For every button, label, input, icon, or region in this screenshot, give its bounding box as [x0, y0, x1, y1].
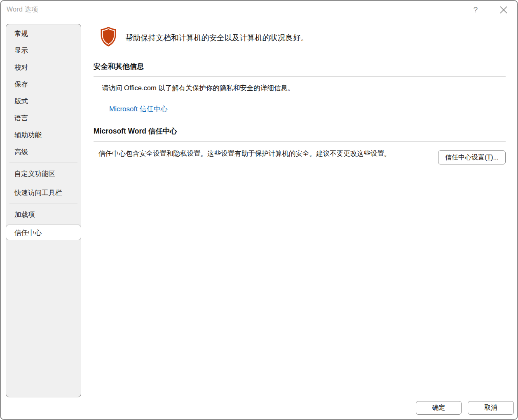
sidebar-divider [9, 162, 77, 162]
sidebar-item-language[interactable]: 语言 [6, 110, 81, 127]
microsoft-trust-center-link[interactable]: Microsoft 信任中心 [109, 104, 168, 114]
dialog-title: Word 选项 [7, 5, 38, 14]
security-info-heading: 安全和其他信息 [94, 61, 144, 71]
trust-center-body: 信任中心包含安全设置和隐私设置。这些设置有助于保护计算机的安全。建议不要更改这些… [98, 149, 391, 158]
trust-center-intro: 帮助保持文档和计算机的安全以及计算机的状况良好。 [100, 26, 308, 49]
word-options-dialog: Word 选项 ? 常规 显示 校对 保存 版式 语言 辅助功能 高级 自定义功… [0, 0, 518, 420]
cancel-button[interactable]: 取消 [468, 401, 514, 415]
sidebar-item-layout[interactable]: 版式 [6, 93, 81, 110]
sidebar-item-quick-access-toolbar[interactable]: 快速访问工具栏 [6, 183, 81, 202]
sidebar-item-display[interactable]: 显示 [6, 42, 81, 59]
word-trust-center-heading: Microsoft Word 信任中心 [94, 126, 177, 136]
sidebar-item-add-ins[interactable]: 加载项 [6, 206, 81, 223]
sidebar-item-customize-ribbon[interactable]: 自定义功能区 [6, 164, 81, 183]
security-info-body: 请访问 Office.com 以了解有关保护你的隐私和安全的详细信息。 [102, 84, 294, 93]
sidebar-divider [9, 204, 77, 204]
help-icon[interactable]: ? [470, 4, 481, 16]
section-divider [94, 76, 506, 77]
options-sidebar: 常规 显示 校对 保存 版式 语言 辅助功能 高级 自定义功能区 快速访问工具栏… [6, 24, 81, 397]
ok-button[interactable]: 确定 [416, 401, 462, 415]
section-divider [94, 141, 506, 142]
sidebar-item-advanced[interactable]: 高级 [6, 143, 81, 160]
sidebar-item-proofing[interactable]: 校对 [6, 59, 81, 76]
sidebar-item-general[interactable]: 常规 [6, 25, 81, 42]
trust-center-settings-button[interactable]: 信任中心设置(T)... [438, 150, 506, 164]
intro-text: 帮助保持文档和计算机的安全以及计算机的状况良好。 [125, 33, 308, 43]
close-icon[interactable] [497, 3, 510, 16]
security-shield-icon [100, 26, 117, 49]
sidebar-item-trust-center[interactable]: 信任中心 [6, 225, 81, 240]
sidebar-item-save[interactable]: 保存 [6, 76, 81, 93]
sidebar-item-accessibility[interactable]: 辅助功能 [6, 127, 81, 143]
